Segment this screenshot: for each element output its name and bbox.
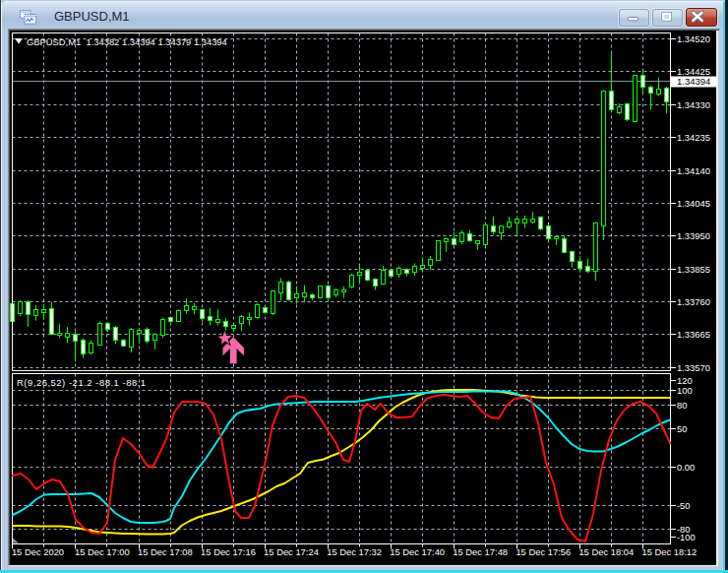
svg-text:1.34394: 1.34394 (677, 76, 710, 87)
svg-text:-50: -50 (677, 500, 691, 511)
svg-text:1.34140: 1.34140 (677, 165, 710, 176)
svg-text:15 Dec 17:00: 15 Dec 17:00 (75, 546, 130, 557)
svg-text:15 Dec 17:40: 15 Dec 17:40 (390, 546, 445, 557)
svg-text:1.33760: 1.33760 (677, 296, 710, 307)
svg-text:15 Dec 17:56: 15 Dec 17:56 (516, 546, 571, 557)
svg-text:1.33950: 1.33950 (677, 230, 710, 241)
svg-text:1.33855: 1.33855 (677, 264, 710, 275)
svg-text:-100: -100 (677, 532, 696, 542)
svg-text:1.33570: 1.33570 (677, 362, 710, 373)
svg-text:15 Dec 17:32: 15 Dec 17:32 (327, 546, 382, 557)
svg-text:1.34520: 1.34520 (677, 33, 710, 44)
svg-text:15 Dec 17:24: 15 Dec 17:24 (264, 546, 319, 557)
svg-text:15 Dec 2020: 15 Dec 2020 (12, 546, 64, 557)
svg-text:15 Dec 17:08: 15 Dec 17:08 (138, 546, 193, 557)
svg-text:0.00: 0.00 (677, 462, 695, 473)
svg-text:15 Dec 17:16: 15 Dec 17:16 (201, 546, 256, 557)
svg-text:1.33665: 1.33665 (677, 329, 710, 340)
svg-text:15 Dec 18:04: 15 Dec 18:04 (578, 546, 634, 557)
svg-text:100: 100 (677, 385, 693, 396)
svg-text:15 Dec 17:48: 15 Dec 17:48 (453, 546, 508, 557)
svg-text:50: 50 (677, 423, 687, 434)
svg-text:1.34235: 1.34235 (677, 132, 710, 143)
svg-text:80: 80 (677, 400, 687, 411)
svg-text:GBPUSD,M1 1.34382 1.34394 1.3: GBPUSD,M1 1.34382 1.34394 1.34379 1.3439… (27, 36, 227, 47)
svg-text:1.34045: 1.34045 (677, 198, 710, 209)
svg-text:1.34330: 1.34330 (677, 99, 710, 110)
svg-text:1.34425: 1.34425 (677, 66, 710, 77)
svg-text:15 Dec 18:12: 15 Dec 18:12 (642, 546, 698, 557)
svg-text:R(9,26,52) -21.2 -88.1 -88.1: R(9,26,52) -21.2 -88.1 -88.1 (17, 377, 147, 388)
